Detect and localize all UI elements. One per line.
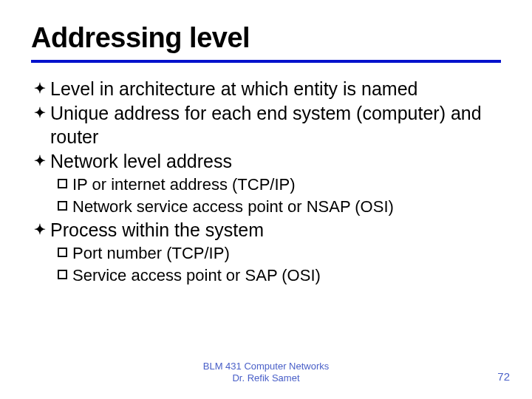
bullet-level1: ✦ Network level address <box>34 150 498 173</box>
bullet-text: Process within the system <box>50 219 498 242</box>
bullet-level1: ✦ Unique address for each end system (co… <box>34 102 498 149</box>
footer-line1: BLM 431 Computer Networks <box>0 361 532 372</box>
bullet-text: Network service access point or NSAP (OS… <box>72 197 498 218</box>
bullet-text: IP or internet address (TCP/IP) <box>72 174 498 196</box>
svg-rect-3 <box>58 270 66 279</box>
bullet-level2: Network service access point or NSAP (OS… <box>58 197 498 218</box>
bullet-level2: IP or internet address (TCP/IP) <box>58 174 498 196</box>
y-bullet-icon <box>58 174 72 188</box>
footer-line2: Dr. Refik Samet <box>0 372 532 384</box>
svg-rect-2 <box>58 248 66 256</box>
bullet-level2: Port number (TCP/IP) <box>58 243 498 265</box>
svg-rect-1 <box>58 202 66 210</box>
z-bullet-icon: ✦ <box>34 150 50 172</box>
bullet-text: Network level address <box>50 150 498 173</box>
bullet-level1: ✦ Level in architecture at which entity … <box>34 78 498 100</box>
slide: Addressing level ✦ Level in architecture… <box>0 0 532 399</box>
bullet-text: Level in architecture at which entity is… <box>50 78 498 100</box>
svg-rect-0 <box>58 180 66 188</box>
z-bullet-icon: ✦ <box>34 219 50 241</box>
slide-body: ✦ Level in architecture at which entity … <box>31 63 501 287</box>
bullet-level2: Service access point or SAP (OSI) <box>58 265 498 287</box>
slide-title: Addressing level <box>31 22 501 58</box>
bullet-text: Unique address for each end system (comp… <box>50 102 498 149</box>
page-number: 72 <box>497 370 510 383</box>
y-bullet-icon <box>58 197 72 211</box>
y-bullet-icon <box>58 243 72 257</box>
slide-footer: BLM 431 Computer Networks Dr. Refik Same… <box>0 361 532 385</box>
y-bullet-icon <box>58 265 72 279</box>
z-bullet-icon: ✦ <box>34 102 50 124</box>
bullet-text: Port number (TCP/IP) <box>72 243 498 265</box>
bullet-text: Service access point or SAP (OSI) <box>72 265 498 287</box>
bullet-level1: ✦ Process within the system <box>34 219 498 242</box>
z-bullet-icon: ✦ <box>34 78 50 100</box>
